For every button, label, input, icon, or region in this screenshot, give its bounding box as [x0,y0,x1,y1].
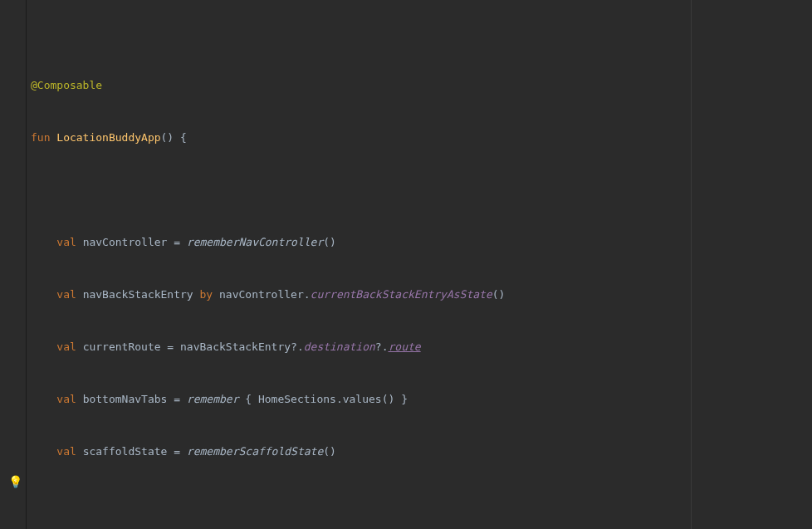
parens: () [492,288,506,301]
expr: = navBackStackEntry?. [161,340,304,353]
keyword-val: val [56,236,76,248]
editor-gutter[interactable]: 💡 [0,0,27,529]
fn-call: rememberScaffoldState [187,445,323,458]
fn-call: rememberNavController [187,236,323,248]
var-scaffoldstate: scaffoldState [83,445,168,458]
keyword-val: val [56,393,76,405]
fn-call: remember [187,393,239,405]
keyword-by: by [200,288,213,301]
lambda: { HomeSections.values() } [238,393,408,405]
dot: . [304,288,311,301]
ref: navController [219,288,304,301]
function-name: LocationBuddyApp [56,131,160,144]
keyword-fun: fun [31,131,50,144]
right-margin-guide [691,0,692,529]
parens: () [323,236,336,248]
var-navcontroller: navController [83,236,168,248]
var-bottomnav: bottomNavTabs [83,393,168,405]
lightbulb-icon[interactable]: 💡 [8,475,22,488]
open-brace: { [174,131,187,144]
eq: = [167,393,186,405]
keyword-val: val [56,288,76,301]
keyword-val: val [56,445,76,458]
code-editor[interactable]: @Composable fun LocationBuddyApp() { val… [27,0,812,529]
eq: = [167,236,186,248]
member: destination [304,340,375,353]
member: currentBackStackEntryAsState [311,288,492,301]
eq: = [167,445,186,458]
parens: () [323,445,336,458]
member-route: route [388,340,420,353]
var-currentroute: currentRoute [83,340,161,353]
qdot: ?. [375,340,389,353]
annotation: @Composable [31,79,102,91]
var-navback: navBackStackEntry [83,288,193,301]
parens: () [161,131,174,144]
keyword-val: val [56,340,76,353]
